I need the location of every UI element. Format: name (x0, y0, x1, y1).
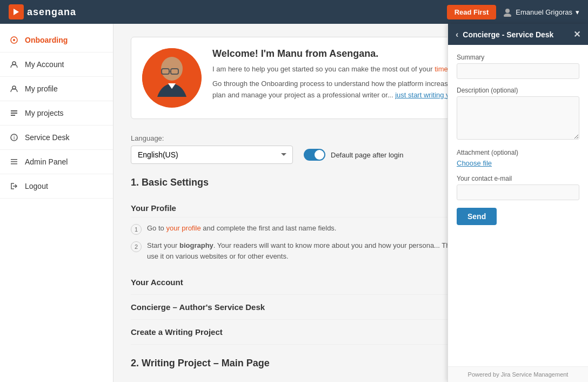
svg-point-4 (13, 39, 15, 41)
step-2-num: 2 (131, 241, 142, 252)
chevron-down-icon: ▾ (576, 8, 579, 16)
step-1-text: Go to your profile and complete the firs… (147, 223, 336, 234)
admin-panel-icon (9, 156, 19, 167)
choose-file-button[interactable]: Choose file (457, 159, 492, 167)
svg-rect-8 (11, 113, 17, 114)
attachment-label: Attachment (optional) (457, 149, 579, 156)
panel-header-left: ‹ Concierge - Service Desk (456, 30, 553, 39)
app-header: asengana Read First Emanuel Grigoras ▾ (0, 0, 588, 24)
sidebar-item-logout-label: Logout (25, 182, 48, 190)
profile-link[interactable]: your profile (166, 224, 201, 232)
panel-body: Summary Description (optional) Attachmen… (448, 45, 588, 366)
my-account-icon (9, 59, 19, 70)
service-desk-icon: i (9, 132, 19, 143)
my-profile-icon (9, 83, 19, 94)
toggle-knob (315, 150, 324, 160)
sidebar: Onboarding My Account My profile My proj… (0, 24, 113, 382)
sidebar-item-service-desk-label: Service Desk (25, 133, 69, 142)
user-name: Emanuel Grigoras (516, 8, 572, 16)
service-desk-panel: ‹ Concierge - Service Desk ✕ Summary Des… (447, 24, 588, 382)
avatar (142, 48, 202, 108)
panel-title: Concierge - Service Desk (463, 30, 553, 39)
svg-marker-0 (14, 9, 19, 15)
header-right: Read First Emanuel Grigoras ▾ (447, 5, 579, 19)
sidebar-item-admin-panel[interactable]: Admin Panel (0, 150, 113, 174)
logo: asengana (9, 4, 76, 19)
onboarding-icon (9, 35, 19, 45)
language-select[interactable]: English(US) French Spanish German (131, 146, 293, 164)
send-button[interactable]: Send (457, 208, 497, 225)
default-page-toggle[interactable] (304, 149, 325, 161)
contact-email-field: Your contact e-mail (457, 175, 579, 200)
panel-footer-text: Powered by Jira Service Management (468, 371, 569, 378)
sidebar-item-my-account-label: My Account (25, 60, 64, 69)
description-label: Description (optional) (457, 87, 579, 94)
description-textarea[interactable] (457, 96, 579, 140)
logout-icon (9, 181, 19, 192)
my-projects-icon (9, 108, 19, 118)
sidebar-item-my-profile-label: My profile (25, 84, 58, 93)
summary-input[interactable] (457, 63, 579, 79)
panel-footer: Powered by Jira Service Management (448, 366, 588, 382)
svg-rect-7 (11, 110, 17, 111)
sidebar-item-service-desk[interactable]: i Service Desk (0, 126, 113, 150)
description-field: Description (optional) (457, 87, 579, 141)
svg-rect-14 (11, 163, 17, 164)
svg-rect-9 (11, 115, 15, 116)
step-1-num: 1 (131, 224, 142, 235)
sidebar-item-my-account[interactable]: My Account (0, 52, 113, 77)
read-first-button[interactable]: Read First (447, 5, 497, 19)
svg-point-1 (505, 9, 510, 13)
contact-email-label: Your contact e-mail (457, 175, 579, 182)
sidebar-item-onboarding[interactable]: Onboarding (0, 28, 113, 52)
panel-header: ‹ Concierge - Service Desk ✕ (448, 24, 588, 45)
svg-text:i: i (14, 135, 15, 141)
logo-icon (9, 4, 24, 19)
summary-field: Summary (457, 54, 579, 79)
panel-back-button[interactable]: ‹ (456, 30, 458, 39)
summary-label: Summary (457, 54, 579, 61)
svg-point-2 (504, 14, 511, 17)
sidebar-item-admin-panel-label: Admin Panel (25, 157, 68, 166)
sidebar-item-my-projects[interactable]: My projects (0, 101, 113, 126)
toggle-label: Default page after login (331, 151, 403, 159)
user-menu[interactable]: Emanuel Grigoras ▾ (503, 7, 579, 17)
attachment-field: Attachment (optional) Choose file (457, 149, 579, 167)
svg-rect-12 (11, 159, 17, 160)
logo-text: asengana (27, 6, 76, 18)
user-avatar-icon (503, 7, 512, 17)
avatar-container (142, 48, 202, 108)
sidebar-item-logout[interactable]: Logout (0, 174, 113, 199)
sidebar-item-onboarding-label: Onboarding (25, 36, 68, 44)
sidebar-item-my-projects-label: My projects (25, 109, 64, 117)
sidebar-item-my-profile[interactable]: My profile (0, 77, 113, 101)
toggle-row: Default page after login (304, 149, 403, 161)
contact-email-input[interactable] (457, 185, 579, 200)
panel-close-button[interactable]: ✕ (573, 29, 580, 39)
svg-rect-13 (11, 161, 17, 162)
